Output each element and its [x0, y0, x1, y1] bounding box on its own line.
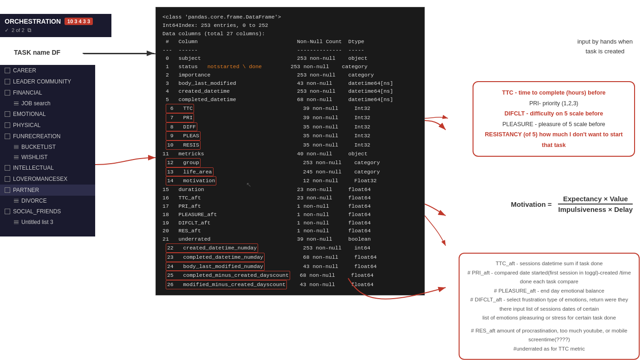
df-row-0: 0 subject 253 non-null object	[162, 54, 418, 63]
task-name-label: TASK name DF	[14, 49, 60, 56]
annotation-box-2: TTC_aft - sessions datetime sum if task …	[459, 253, 640, 360]
sidebar-item-bucketlist[interactable]: BUCKETLIST	[0, 142, 95, 152]
df-row-4: 4 created_datetime 253 non-null datetime…	[162, 87, 418, 96]
drag-icon	[14, 220, 19, 224]
df-row-19: 19 DIFCLT_aft 1 non-null float64	[162, 219, 418, 227]
copy-icon: ⧉	[27, 27, 32, 33]
formula-row: Motivation = Expectancy × Value Impulsiv…	[511, 195, 633, 213]
motivation-formula: Motivation = Expectancy × Value Impulsiv…	[511, 195, 633, 213]
ann-item-2: PRI- priority (1,2,3)	[480, 98, 627, 109]
df-row-10: 10 RESIS 35 non-null Int32	[162, 140, 418, 150]
sidebar-item-label: CAREER	[13, 67, 36, 74]
ann-item-5: RESISTANCY (of 5) how much I don't want …	[480, 129, 627, 150]
sidebar-item-leader-community[interactable]: LEADER COMMUNITY	[0, 76, 95, 87]
df-row-5: 5 completed_datetime 68 non-null datetim…	[162, 96, 418, 104]
formula-label: Motivation =	[511, 200, 552, 208]
check-icon: ✓	[5, 27, 9, 33]
sidebar-item-loveromancesex[interactable]: LOVEROMANCESEX	[0, 173, 95, 185]
ann-item-1: TTC - time to complete (hours) before	[480, 88, 627, 98]
orch-subtitle: ✓ 2 of 2 ⧉	[5, 27, 107, 33]
checkbox-icon	[5, 68, 10, 73]
sidebar-item-label: EMOTIONAL	[13, 111, 46, 117]
formula-fraction: Expectancy × Value Impulsiveness × Delay	[558, 195, 633, 213]
orchestration-title: ORCHESTRATION 10 3 4 3 3	[5, 18, 107, 25]
checkbox-icon	[5, 79, 10, 84]
sidebar-item-social-friends[interactable]: SOCIAL_FRIENDS	[0, 206, 95, 217]
sidebar-item-label: LOVEROMANCESEX	[13, 176, 67, 182]
formula-numerator: Expectancy × Value	[558, 195, 633, 204]
df-col-header: # Column Non-Null Count Dtype	[162, 38, 418, 46]
dataframe-window: <class 'pandas.core.frame.DataFrame'> In…	[156, 7, 425, 295]
df-row-6: 6 TTC 39 non-null Int32	[162, 104, 418, 113]
orchestration-bar: ORCHESTRATION 10 3 4 3 3 ✓ 2 of 2 ⧉	[0, 14, 111, 37]
sidebar-item-label: SOCIAL_FRIENDS	[13, 208, 61, 215]
df-row-17: 17 PRI_aft 1 non-null float64	[162, 202, 418, 211]
sidebar-item-label: LEADER COMMUNITY	[13, 78, 71, 85]
sidebar-item-divorce[interactable]: DIVORCE	[0, 196, 95, 206]
sidebar-item-label: PHYSICAL	[13, 122, 40, 128]
ann2-line4: # DIFCLT_aft - select frustration type o…	[467, 295, 632, 313]
df-header-3: Data columns (total 27 columns):	[162, 30, 418, 38]
annotation-top: input by hands when task is created	[577, 37, 633, 57]
df-row-13: 13 life_area 245 non-null category	[162, 167, 418, 177]
df-row-21: 21 underrated 39 non-null boolean	[162, 235, 418, 243]
ann-item-4: PLEASURE - pleasure of 5 scale before	[480, 119, 627, 130]
sidebar-item-label: Untitled list 3	[21, 219, 53, 225]
drag-icon	[14, 155, 19, 160]
ann2-line1: TTC_aft - sessions datetime sum if task …	[467, 259, 632, 268]
df-separator: --- ------ -------------- -----	[162, 46, 418, 54]
df-row-16: 16 TTC_aft 23 non-null float64	[162, 194, 418, 202]
df-row-1: 1 status notstarted \ done 253 non-null …	[162, 63, 418, 71]
sidebar-item-label: FINANCIAL	[13, 89, 42, 96]
sidebar-item-untitled-list-3[interactable]: Untitled list 3	[0, 217, 95, 227]
ann2-line2: # PRI_aft - compared date started(first …	[467, 268, 632, 287]
sidebar-item-label: INTELLECTUAL	[13, 165, 54, 171]
sidebar-item-career[interactable]: CAREER	[0, 65, 95, 76]
ann2-line3: # PLEASURE_aft - end day emotional balan…	[467, 287, 632, 296]
sidebar-item-job-search[interactable]: JOB search	[0, 98, 95, 109]
df-row-15: 15 duration 23 non-null float64	[162, 185, 418, 194]
sidebar-item-emotional[interactable]: EMOTIONAL	[0, 109, 95, 120]
sidebar-item-intellectual[interactable]: INTELLECTUAL	[0, 162, 95, 173]
orch-badge: 10 3 4 3 3	[65, 18, 93, 25]
sidebar-item-physical[interactable]: PHYSICAL	[0, 120, 95, 131]
sidebar-item-label: DIVORCE	[21, 198, 47, 204]
checkbox-icon	[5, 122, 10, 128]
sidebar-item-label: PARTNER	[13, 187, 39, 193]
sidebar-item-label: FUNRECREATION	[13, 133, 60, 140]
df-row-2: 2 importance 253 non-null category	[162, 71, 418, 79]
sidebar-item-funrecreation[interactable]: FUNRECREATION	[0, 131, 95, 142]
sidebar-item-partner[interactable]: PARTNER	[0, 185, 95, 196]
ann2-line6: # RES_aft amount of procrastination, too…	[467, 326, 632, 345]
sidebar-item-label: BUCKETLIST	[21, 144, 56, 150]
df-row-7: 7 PRI 39 non-null Int32	[162, 113, 418, 122]
orch-count: 2 of 2	[12, 27, 25, 33]
df-row-26: 26 modified_minus_created_dayscount 43 n…	[162, 280, 418, 289]
task-arrow	[84, 53, 158, 54]
df-row-20: 20 RES_aft 1 non-null float64	[162, 227, 418, 235]
ann2-line7: #underrated as for TTC metric	[467, 345, 632, 354]
ann-item-3: DIFCLT - difficulty on 5 scale before	[480, 109, 627, 119]
checkbox-icon	[5, 111, 10, 117]
df-row-9: 9 PLEAS 35 non-null Int32	[162, 131, 418, 140]
orch-title-text: ORCHESTRATION	[5, 18, 61, 25]
df-header-1: <class 'pandas.core.frame.DataFrame'>	[162, 13, 418, 21]
checkbox-icon	[5, 165, 10, 171]
sidebar-item-label: WISHLIST	[21, 154, 48, 160]
annotation-top-line2: task is created	[577, 47, 633, 57]
df-row-24: 24 body_last_modified_numday 43 non-null…	[162, 262, 418, 271]
annotation-box-1: TTC - time to complete (hours) before PR…	[473, 81, 635, 157]
ann2-line5: list of emotions pleasuring or stress fo…	[467, 313, 632, 323]
sidebar-item-wishlist[interactable]: WISHLIST	[0, 152, 95, 162]
checkbox-icon	[5, 134, 10, 139]
df-row-12: 12 group 253 non-null category	[162, 158, 418, 167]
df-row-18: 18 PLEASURE_aft 1 non-null float64	[162, 211, 418, 219]
drag-icon	[14, 199, 19, 203]
df-row-22: 22 created_datetime_numday 253 non-null …	[162, 243, 418, 253]
df-row-8: 8 DIFF 35 non-null Int32	[162, 122, 418, 132]
formula-denominator: Impulsiveness × Delay	[558, 204, 633, 213]
df-row-11: 11 metricks 40 non-null object	[162, 150, 418, 158]
checkbox-icon	[5, 187, 10, 193]
sidebar-item-financial[interactable]: FINANCIAL	[0, 87, 95, 98]
df-row-23: 23 completed_datetime_numday 68 non-null…	[162, 253, 418, 262]
